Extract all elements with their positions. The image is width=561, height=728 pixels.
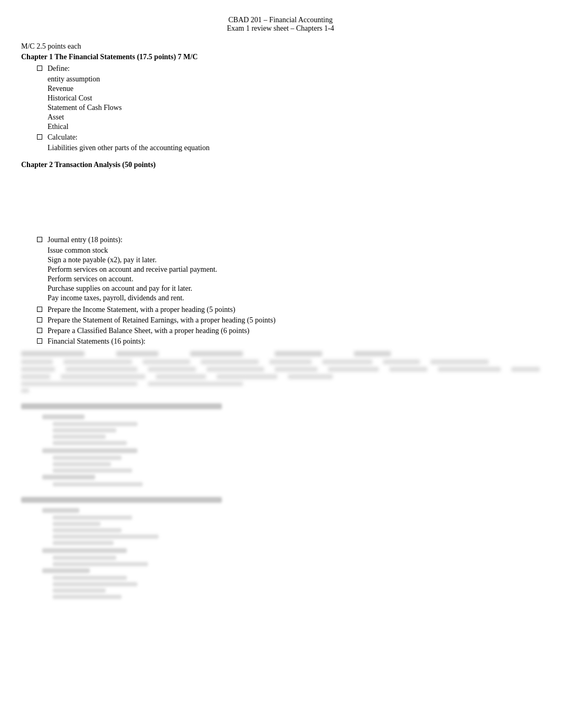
journal-label: Journal entry (18 points): xyxy=(48,236,123,244)
financial-stmts-bullet: Financial Statements (16 points): xyxy=(37,337,540,346)
list-item: Sign a note payable (x2), pay it later. xyxy=(48,256,540,264)
list-item: Historical Cost xyxy=(48,94,540,103)
income-stmt-bullet-icon xyxy=(37,307,42,312)
blurred-block-1 xyxy=(21,403,540,486)
list-item: Pay income taxes, payroll, dividends and… xyxy=(48,294,540,302)
balance-sheet-bullet-icon xyxy=(37,328,42,333)
chapter2-heading: Chapter 2 Transaction Analysis (50 point… xyxy=(21,161,540,169)
define-bullet-icon xyxy=(37,66,42,71)
list-item: Asset xyxy=(48,113,540,122)
header-line1: CBAD 201 – Financial Accounting xyxy=(21,16,540,24)
mc-info: M/C 2.5 points each xyxy=(21,42,540,51)
page-header: CBAD 201 – Financial Accounting Exam 1 r… xyxy=(21,16,540,33)
list-item: Perform services on account. xyxy=(48,275,540,283)
chapter2-section: Chapter 2 Transaction Analysis (50 point… xyxy=(21,161,540,599)
retained-earnings-bullet: Prepare the Statement of Retained Earnin… xyxy=(37,316,540,325)
chapter1-heading: Chapter 1 The Financial Statements (17.5… xyxy=(21,53,540,61)
empty-space xyxy=(21,172,540,236)
retained-earnings-bullet-icon xyxy=(37,317,42,322)
list-item: Revenue xyxy=(48,85,540,93)
list-item: Perform services on account and receive … xyxy=(48,265,540,274)
income-stmt-bullet: Prepare the Income Statement, with a pro… xyxy=(37,306,540,314)
retained-earnings-label: Prepare the Statement of Retained Earnin… xyxy=(48,316,276,325)
chapter1-section: Chapter 1 The Financial Statements (17.5… xyxy=(21,53,540,152)
list-item: Issue common stock xyxy=(48,246,540,255)
balance-sheet-bullet: Prepare a Classified Balance Sheet, with… xyxy=(37,327,540,335)
define-list: entity assumption Revenue Historical Cos… xyxy=(48,75,540,131)
financial-stmts-bullet-icon xyxy=(37,338,42,344)
balance-sheet-label: Prepare a Classified Balance Sheet, with… xyxy=(48,327,249,335)
list-item: Statement of Cash Flows xyxy=(48,104,540,112)
calculate-label: Calculate: xyxy=(48,133,78,142)
define-bullet: Define: xyxy=(37,64,540,73)
header-line2: Exam 1 review sheet – Chapters 1-4 xyxy=(21,24,540,33)
financial-stmts-label: Financial Statements (16 points): xyxy=(48,337,145,346)
income-stmt-label: Prepare the Income Statement, with a pro… xyxy=(48,306,235,314)
list-item: Liabilities given other parts of the acc… xyxy=(48,144,540,152)
bottom-sections xyxy=(21,403,540,599)
journal-list: Issue common stock Sign a note payable (… xyxy=(48,246,540,302)
calculate-bullet: Calculate: xyxy=(37,133,540,142)
define-label: Define: xyxy=(48,64,70,73)
journal-bullet: Journal entry (18 points): xyxy=(37,236,540,244)
calculate-bullet-icon xyxy=(37,134,42,140)
journal-bullet-icon xyxy=(37,237,42,242)
list-item: entity assumption xyxy=(48,75,540,84)
list-item: Ethical xyxy=(48,123,540,131)
calculate-list: Liabilities given other parts of the acc… xyxy=(48,144,540,152)
blurred-block-2 xyxy=(21,497,540,599)
blurred-table-area xyxy=(21,351,540,393)
list-item: Purchase supplies on account and pay for… xyxy=(48,284,540,293)
